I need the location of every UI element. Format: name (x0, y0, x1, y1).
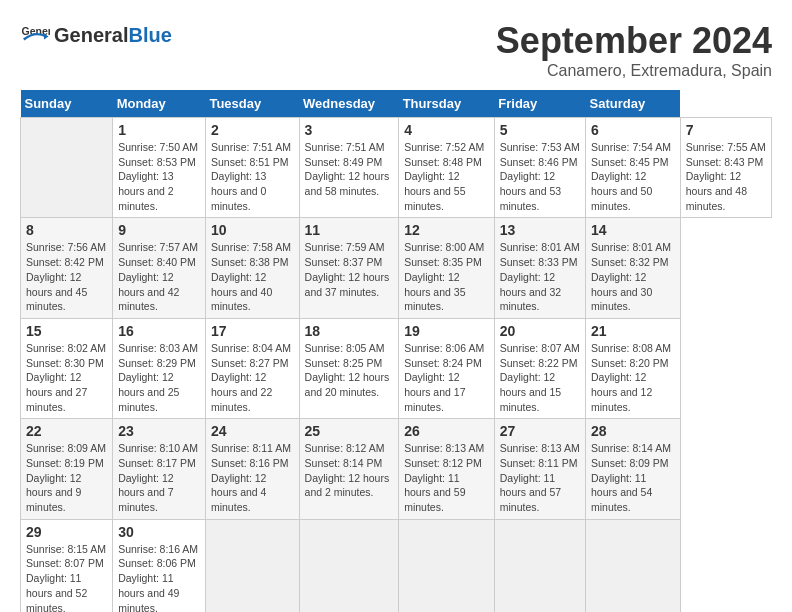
calendar-week-row: 29 Sunrise: 8:15 AM Sunset: 8:07 PM Dayl… (21, 519, 772, 612)
sunset-text: Sunset: 8:42 PM (26, 256, 104, 268)
day-info: Sunrise: 7:57 AM Sunset: 8:40 PM Dayligh… (118, 240, 200, 313)
logo-icon: General (20, 20, 50, 50)
sunrise-text: Sunrise: 8:06 AM (404, 342, 484, 354)
location-title: Canamero, Extremadura, Spain (496, 62, 772, 80)
sunrise-text: Sunrise: 8:01 AM (500, 241, 580, 253)
table-row: 13 Sunrise: 8:01 AM Sunset: 8:33 PM Dayl… (494, 218, 585, 318)
day-info: Sunrise: 7:54 AM Sunset: 8:45 PM Dayligh… (591, 140, 675, 213)
daylight-text: Daylight: 12 hours and 50 minutes. (591, 170, 652, 211)
table-row: 29 Sunrise: 8:15 AM Sunset: 8:07 PM Dayl… (21, 519, 113, 612)
table-row: 12 Sunrise: 8:00 AM Sunset: 8:35 PM Dayl… (399, 218, 495, 318)
sunrise-text: Sunrise: 7:58 AM (211, 241, 291, 253)
table-row: 21 Sunrise: 8:08 AM Sunset: 8:20 PM Dayl… (585, 318, 680, 418)
day-info: Sunrise: 8:02 AM Sunset: 8:30 PM Dayligh… (26, 341, 107, 414)
logo: General GeneralBlue (20, 20, 172, 50)
daylight-text: Daylight: 12 hours and 32 minutes. (500, 271, 561, 312)
day-number: 19 (404, 323, 489, 339)
table-row: 27 Sunrise: 8:13 AM Sunset: 8:11 PM Dayl… (494, 419, 585, 519)
sunrise-text: Sunrise: 8:09 AM (26, 442, 106, 454)
day-info: Sunrise: 7:50 AM Sunset: 8:53 PM Dayligh… (118, 140, 200, 213)
sunset-text: Sunset: 8:20 PM (591, 357, 669, 369)
table-row: 5 Sunrise: 7:53 AM Sunset: 8:46 PM Dayli… (494, 118, 585, 218)
day-number: 1 (118, 122, 200, 138)
logo-general: General (54, 24, 128, 46)
day-number: 14 (591, 222, 675, 238)
calendar-week-row: 8 Sunrise: 7:56 AM Sunset: 8:42 PM Dayli… (21, 218, 772, 318)
day-number: 16 (118, 323, 200, 339)
table-row (399, 519, 495, 612)
table-row: 26 Sunrise: 8:13 AM Sunset: 8:12 PM Dayl… (399, 419, 495, 519)
day-number: 21 (591, 323, 675, 339)
table-row: 4 Sunrise: 7:52 AM Sunset: 8:48 PM Dayli… (399, 118, 495, 218)
day-info: Sunrise: 8:13 AM Sunset: 8:12 PM Dayligh… (404, 441, 489, 514)
sunset-text: Sunset: 8:16 PM (211, 457, 289, 469)
table-row (585, 519, 680, 612)
day-number: 2 (211, 122, 294, 138)
table-row: 16 Sunrise: 8:03 AM Sunset: 8:29 PM Dayl… (113, 318, 206, 418)
header-thursday: Thursday (399, 90, 495, 118)
table-row: 7 Sunrise: 7:55 AM Sunset: 8:43 PM Dayli… (680, 118, 771, 218)
day-info: Sunrise: 8:08 AM Sunset: 8:20 PM Dayligh… (591, 341, 675, 414)
table-row: 14 Sunrise: 8:01 AM Sunset: 8:32 PM Dayl… (585, 218, 680, 318)
sunset-text: Sunset: 8:12 PM (404, 457, 482, 469)
daylight-text: Daylight: 12 hours and 58 minutes. (305, 170, 390, 197)
day-number: 9 (118, 222, 200, 238)
table-row: 17 Sunrise: 8:04 AM Sunset: 8:27 PM Dayl… (205, 318, 299, 418)
daylight-text: Daylight: 12 hours and 4 minutes. (211, 472, 266, 513)
table-row: 10 Sunrise: 7:58 AM Sunset: 8:38 PM Dayl… (205, 218, 299, 318)
day-number: 7 (686, 122, 766, 138)
day-info: Sunrise: 8:12 AM Sunset: 8:14 PM Dayligh… (305, 441, 394, 500)
table-row (299, 519, 399, 612)
header-saturday: Saturday (585, 90, 680, 118)
daylight-text: Daylight: 12 hours and 42 minutes. (118, 271, 179, 312)
table-row: 2 Sunrise: 7:51 AM Sunset: 8:51 PM Dayli… (205, 118, 299, 218)
sunrise-text: Sunrise: 8:07 AM (500, 342, 580, 354)
sunset-text: Sunset: 8:24 PM (404, 357, 482, 369)
daylight-text: Daylight: 11 hours and 52 minutes. (26, 572, 87, 612)
day-info: Sunrise: 7:58 AM Sunset: 8:38 PM Dayligh… (211, 240, 294, 313)
day-number: 17 (211, 323, 294, 339)
sunrise-text: Sunrise: 7:51 AM (305, 141, 385, 153)
sunrise-text: Sunrise: 8:08 AM (591, 342, 671, 354)
table-row: 24 Sunrise: 8:11 AM Sunset: 8:16 PM Dayl… (205, 419, 299, 519)
daylight-text: Daylight: 12 hours and 35 minutes. (404, 271, 465, 312)
sunset-text: Sunset: 8:43 PM (686, 156, 764, 168)
day-number: 6 (591, 122, 675, 138)
sunrise-text: Sunrise: 7:50 AM (118, 141, 198, 153)
day-number: 13 (500, 222, 580, 238)
sunset-text: Sunset: 8:46 PM (500, 156, 578, 168)
day-info: Sunrise: 7:52 AM Sunset: 8:48 PM Dayligh… (404, 140, 489, 213)
day-info: Sunrise: 8:14 AM Sunset: 8:09 PM Dayligh… (591, 441, 675, 514)
table-row: 19 Sunrise: 8:06 AM Sunset: 8:24 PM Dayl… (399, 318, 495, 418)
sunset-text: Sunset: 8:38 PM (211, 256, 289, 268)
sunset-text: Sunset: 8:48 PM (404, 156, 482, 168)
daylight-text: Daylight: 12 hours and 30 minutes. (591, 271, 652, 312)
day-info: Sunrise: 8:05 AM Sunset: 8:25 PM Dayligh… (305, 341, 394, 400)
sunrise-text: Sunrise: 8:15 AM (26, 543, 106, 555)
table-row: 20 Sunrise: 8:07 AM Sunset: 8:22 PM Dayl… (494, 318, 585, 418)
day-number: 27 (500, 423, 580, 439)
sunrise-text: Sunrise: 8:10 AM (118, 442, 198, 454)
sunset-text: Sunset: 8:45 PM (591, 156, 669, 168)
daylight-text: Daylight: 11 hours and 57 minutes. (500, 472, 561, 513)
day-info: Sunrise: 8:10 AM Sunset: 8:17 PM Dayligh… (118, 441, 200, 514)
daylight-text: Daylight: 13 hours and 0 minutes. (211, 170, 266, 211)
sunrise-text: Sunrise: 7:53 AM (500, 141, 580, 153)
table-row: 1 Sunrise: 7:50 AM Sunset: 8:53 PM Dayli… (113, 118, 206, 218)
day-number: 5 (500, 122, 580, 138)
day-info: Sunrise: 8:01 AM Sunset: 8:32 PM Dayligh… (591, 240, 675, 313)
sunset-text: Sunset: 8:07 PM (26, 557, 104, 569)
sunset-text: Sunset: 8:19 PM (26, 457, 104, 469)
table-row (494, 519, 585, 612)
sunrise-text: Sunrise: 8:12 AM (305, 442, 385, 454)
table-row: 30 Sunrise: 8:16 AM Sunset: 8:06 PM Dayl… (113, 519, 206, 612)
table-row: 8 Sunrise: 7:56 AM Sunset: 8:42 PM Dayli… (21, 218, 113, 318)
table-row: 11 Sunrise: 7:59 AM Sunset: 8:37 PM Dayl… (299, 218, 399, 318)
daylight-text: Daylight: 12 hours and 25 minutes. (118, 371, 179, 412)
day-info: Sunrise: 7:51 AM Sunset: 8:51 PM Dayligh… (211, 140, 294, 213)
sunrise-text: Sunrise: 8:04 AM (211, 342, 291, 354)
day-number: 11 (305, 222, 394, 238)
daylight-text: Daylight: 12 hours and 20 minutes. (305, 371, 390, 398)
table-row: 15 Sunrise: 8:02 AM Sunset: 8:30 PM Dayl… (21, 318, 113, 418)
sunset-text: Sunset: 8:29 PM (118, 357, 196, 369)
